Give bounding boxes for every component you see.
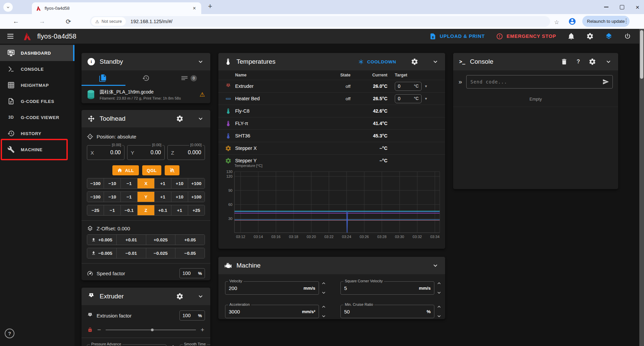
axis-x-chip[interactable]: X: [137, 178, 154, 188]
velocity-input[interactable]: [229, 285, 301, 291]
console-command-field[interactable]: [466, 75, 613, 89]
extrusion-factor-field[interactable]: %: [179, 310, 205, 321]
decrement-chevron-icon[interactable]: [321, 313, 327, 319]
increment-chevron-icon[interactable]: [321, 304, 327, 310]
jog-button[interactable]: +1: [154, 192, 171, 202]
axis-y-chip[interactable]: Y: [137, 192, 154, 202]
jog-button[interactable]: −100: [87, 178, 104, 188]
z-offset-up-button[interactable]: +0.05: [175, 235, 205, 245]
back-button[interactable]: ←: [13, 18, 19, 25]
collapse-chevron-icon[interactable]: [432, 262, 439, 269]
reload-button[interactable]: ⟳: [66, 18, 71, 25]
z-offset-down-button[interactable]: −0.01: [116, 248, 146, 258]
z-offset-down-button[interactable]: −0.05: [175, 248, 205, 258]
home-all-button[interactable]: ALL: [112, 165, 139, 175]
increment-chevron-icon[interactable]: [170, 343, 176, 346]
min-cruise-ratio-field[interactable]: Min. Cruise Ratio %: [340, 305, 434, 318]
jog-button[interactable]: +10: [171, 192, 188, 202]
window-minimize-button[interactable]: [604, 7, 608, 7]
velocity-field[interactable]: Velocity mm/s: [225, 281, 319, 295]
heater-bed-target-field[interactable]: °C: [395, 94, 422, 103]
jog-button[interactable]: +100: [188, 178, 205, 188]
acceleration-field[interactable]: Acceleration mm/s²: [225, 305, 319, 318]
tab-reprint-history[interactable]: [124, 70, 167, 86]
axis-z-chip[interactable]: Z: [137, 205, 154, 215]
upload-and-print-button[interactable]: UPLOAD & PRINT: [429, 33, 485, 40]
increment-chevron-icon[interactable]: [436, 280, 442, 286]
jog-button[interactable]: −10: [104, 178, 120, 188]
speed-factor-input[interactable]: [182, 271, 195, 276]
jog-button[interactable]: −1: [120, 192, 137, 202]
cooldown-button[interactable]: COOLDOWN: [358, 59, 396, 65]
jog-button[interactable]: +100: [188, 192, 205, 202]
x-position-field[interactable]: [0.00] X 0.00: [87, 145, 124, 160]
increment-chevron-icon[interactable]: [321, 280, 327, 286]
z-offset-down-button[interactable]: −0.025: [146, 248, 175, 258]
relaunch-to-update-button[interactable]: Relaunch to update: [582, 16, 630, 27]
tab-search-button[interactable]: [3, 3, 13, 12]
console-command-input[interactable]: [467, 79, 612, 84]
temperatures-settings-gear-icon[interactable]: [411, 58, 418, 65]
sidebar-item-gcode-viewer[interactable]: 3D G-CODE VIEWER: [0, 109, 74, 125]
collapse-chevron-icon[interactable]: [605, 58, 612, 65]
sidebar-item-console[interactable]: CONSOLE: [0, 61, 74, 77]
pressure-advance-field[interactable]: Pressure Advance s: [87, 344, 166, 346]
browser-tab[interactable]: flyos-0a4d58 ×: [32, 2, 201, 14]
jog-button[interactable]: −100: [87, 192, 104, 202]
z-offset-up-button[interactable]: +0.025: [146, 235, 175, 245]
hamburger-menu-icon[interactable]: [7, 34, 13, 39]
collapse-chevron-icon[interactable]: [197, 115, 204, 122]
jog-button[interactable]: −10: [104, 192, 120, 202]
profile-avatar[interactable]: [568, 17, 576, 25]
tab-job-queue[interactable]: 0: [167, 70, 210, 86]
slider-thumb[interactable]: [151, 329, 154, 331]
sidebar-item-heightmap[interactable]: HEIGHTMAP: [0, 77, 74, 93]
url-text[interactable]: 192.168.1.125/m/#/: [130, 19, 172, 24]
min-cruise-ratio-input[interactable]: [344, 309, 424, 314]
extruder-target-field[interactable]: °C: [395, 82, 422, 91]
jog-button[interactable]: +25: [188, 205, 205, 215]
acceleration-input[interactable]: [229, 309, 299, 314]
window-close-button[interactable]: ×: [636, 4, 639, 10]
jog-button[interactable]: +0.1: [154, 205, 171, 215]
tab-files[interactable]: [82, 70, 124, 86]
smooth-time-field[interactable]: Smooth Time s: [180, 344, 210, 346]
sidebar-item-machine[interactable]: MACHINE: [0, 141, 74, 158]
decrement-chevron-icon[interactable]: [321, 290, 327, 296]
power-icon[interactable]: [624, 33, 631, 40]
slider-decrease-button[interactable]: −: [97, 327, 101, 333]
square-corner-velocity-field[interactable]: Square Corner Velocity mm/s: [340, 281, 434, 295]
scrollbar-thumb[interactable]: [640, 30, 643, 79]
bookmark-star-icon[interactable]: ☆: [554, 19, 559, 26]
command-history-expand-icon[interactable]: »: [459, 78, 462, 85]
speed-factor-field[interactable]: %: [179, 268, 205, 278]
jog-button[interactable]: −1: [104, 205, 120, 215]
console-settings-gear-icon[interactable]: [589, 58, 596, 65]
address-bar[interactable]: ⚠ Not secure 192.168.1.125/m/#/: [90, 16, 550, 27]
forward-button[interactable]: →: [39, 18, 45, 25]
browser-menu-icon[interactable]: ⋮: [623, 17, 629, 24]
collapse-chevron-icon[interactable]: [432, 58, 439, 65]
jog-button[interactable]: +1: [154, 178, 171, 188]
y-position-field[interactable]: [0.00] Y 0.00: [127, 145, 165, 160]
layers-icon[interactable]: [605, 33, 612, 40]
collapse-chevron-icon[interactable]: [197, 58, 204, 65]
decrement-chevron-icon[interactable]: [436, 313, 442, 319]
clear-console-trash-icon[interactable]: [560, 58, 568, 65]
settings-gear-icon[interactable]: [586, 33, 594, 40]
jog-button[interactable]: +10: [171, 178, 188, 188]
toolhead-settings-gear-icon[interactable]: [176, 115, 183, 122]
tab-close-icon[interactable]: ×: [192, 5, 197, 11]
z-position-field[interactable]: [0.000] Z 0.000: [167, 145, 205, 160]
extruder-target-input[interactable]: [398, 83, 408, 89]
notifications-bell-icon[interactable]: [568, 33, 575, 40]
jog-button[interactable]: −25: [87, 205, 104, 215]
z-offset-down-button[interactable]: −0.005: [87, 248, 116, 258]
security-chip[interactable]: ⚠ Not secure: [91, 17, 126, 26]
console-help-icon[interactable]: ?: [577, 59, 580, 65]
extrusion-factor-input[interactable]: [182, 313, 195, 318]
lock-icon[interactable]: [88, 327, 93, 332]
jog-button[interactable]: −0.1: [120, 205, 137, 215]
slider-increase-button[interactable]: +: [201, 327, 204, 333]
qgl-button[interactable]: QGL: [142, 165, 162, 175]
